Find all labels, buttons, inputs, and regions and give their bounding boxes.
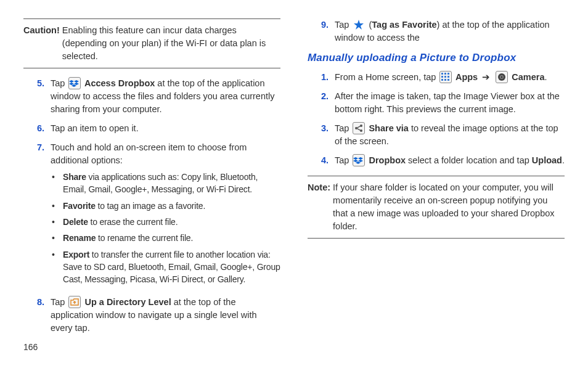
right-column: 9. Tap (Tag as Favorite) at the top of t… <box>308 18 565 386</box>
left-column: Caution! Enabling this feature can incur… <box>23 18 280 386</box>
arrow-icon: ➔ <box>478 72 494 82</box>
step-text: After the image is taken, tap the Image … <box>335 90 565 116</box>
left-steps: 5. Tap Access Dropbox at the top of the … <box>23 77 280 335</box>
page-number: 166 <box>23 341 280 353</box>
svg-rect-8 <box>447 73 449 75</box>
note-box: Note: If your share folder is located on… <box>308 176 565 239</box>
svg-rect-13 <box>444 79 446 81</box>
step-8: 8. Tap Up a Directory Level at the top o… <box>23 296 280 335</box>
bullet-rename: •Rename to rename the current file. <box>51 232 280 244</box>
caution-box: Caution! Enabling this feature can incur… <box>23 18 280 68</box>
step-3: 3. Tap Share via to reveal the image opt… <box>308 122 565 148</box>
step-number: 9. <box>308 18 335 44</box>
step-number: 4. <box>308 154 335 167</box>
svg-rect-12 <box>441 79 443 81</box>
step-number: 6. <box>23 122 51 135</box>
step-text-mid1: ( <box>366 20 372 30</box>
step-text-pre: Tap <box>51 78 67 88</box>
note-text: If your share folder is located on your … <box>333 181 565 233</box>
step-text: Touch and hold an on-screen item to choo… <box>51 142 247 165</box>
step-number: 1. <box>308 71 335 84</box>
step-bold: Tag as Favorite <box>372 20 436 30</box>
svg-rect-7 <box>444 73 446 75</box>
svg-marker-1 <box>74 80 79 83</box>
caution-label: Caution! <box>23 24 62 63</box>
dropbox-icon <box>68 77 81 89</box>
svg-rect-10 <box>444 76 446 78</box>
step-text-pre: Tap <box>51 297 67 307</box>
apps-label: Apps <box>453 72 478 82</box>
step-7: 7. Touch and hold an on-screen item to c… <box>23 141 280 289</box>
svg-marker-27 <box>356 161 361 164</box>
page: Caution! Enabling this feature can incur… <box>0 0 588 392</box>
note-label: Note: <box>308 181 333 233</box>
svg-marker-26 <box>358 160 363 162</box>
svg-rect-9 <box>441 76 443 78</box>
step-text-pre: Tap <box>335 155 351 165</box>
apps-grid-icon <box>439 71 452 83</box>
svg-rect-14 <box>447 79 449 81</box>
step-text-pre: Tap <box>335 20 351 30</box>
step-text-mid: select a folder location and tap <box>406 155 532 165</box>
svg-marker-24 <box>358 157 363 160</box>
step-number: 3. <box>308 122 335 148</box>
step-number: 5. <box>23 77 51 116</box>
dropbox-icon <box>353 154 365 166</box>
step-6: 6. Tap an item to open it. <box>23 122 280 135</box>
svg-marker-23 <box>353 157 358 160</box>
svg-line-21 <box>357 126 361 128</box>
svg-marker-0 <box>69 80 74 83</box>
svg-point-17 <box>501 76 503 78</box>
step-bold: Share via <box>366 123 409 133</box>
step-number: 2. <box>308 90 335 116</box>
step-bold: Access Dropbox <box>82 78 155 88</box>
up-directory-icon <box>68 296 81 308</box>
step-text: Tap an item to open it. <box>51 122 280 135</box>
bullet-export: •Export to transfer the current file to … <box>51 248 280 286</box>
step-text-pre: Tap <box>335 123 351 133</box>
right-steps-top: 9. Tap (Tag as Favorite) at the top of t… <box>308 18 565 44</box>
step-7-bullets: •Share via applications such as: Copy li… <box>51 171 280 285</box>
step-number: 7. <box>23 141 51 289</box>
step-1: 1. From a Home screen, tap Apps ➔ Camera… <box>308 71 565 84</box>
svg-marker-3 <box>74 83 79 85</box>
upload-label: Upload <box>532 155 562 165</box>
share-icon <box>353 122 365 134</box>
right-steps: 1. From a Home screen, tap Apps ➔ Camera… <box>308 71 565 167</box>
svg-marker-25 <box>353 160 358 162</box>
step-bold: Dropbox <box>366 155 406 165</box>
step-2: 2. After the image is taken, tap the Ima… <box>308 90 565 116</box>
bullet-share: •Share via applications such as: Copy li… <box>51 171 280 196</box>
step-bold: Up a Directory Level <box>82 297 171 307</box>
star-icon <box>353 18 365 31</box>
camera-label: Camera <box>509 72 544 82</box>
step-text-end: . <box>544 72 547 82</box>
bullet-favorite: •Favorite to tag an image as a favorite. <box>51 200 280 212</box>
step-4: 4. Tap Dropbox select a folder location … <box>308 154 565 167</box>
caution-text: Enabling this feature can incur data cha… <box>62 24 280 63</box>
svg-rect-11 <box>447 76 449 78</box>
svg-marker-5 <box>354 20 364 30</box>
section-heading: Manually uploading a Picture to Dropbox <box>308 51 565 66</box>
bullet-delete: •Delete to erase the current file. <box>51 216 280 228</box>
svg-rect-6 <box>441 73 443 75</box>
step-number: 8. <box>23 296 51 335</box>
svg-marker-2 <box>69 83 74 85</box>
step-text-pre: From a Home screen, tap <box>335 72 438 82</box>
step-5: 5. Tap Access Dropbox at the top of the … <box>23 77 280 116</box>
camera-icon <box>496 71 508 83</box>
step-9: 9. Tap (Tag as Favorite) at the top of t… <box>308 18 565 44</box>
step-text-end: . <box>562 155 565 165</box>
svg-marker-4 <box>71 84 76 87</box>
svg-line-22 <box>357 128 361 130</box>
